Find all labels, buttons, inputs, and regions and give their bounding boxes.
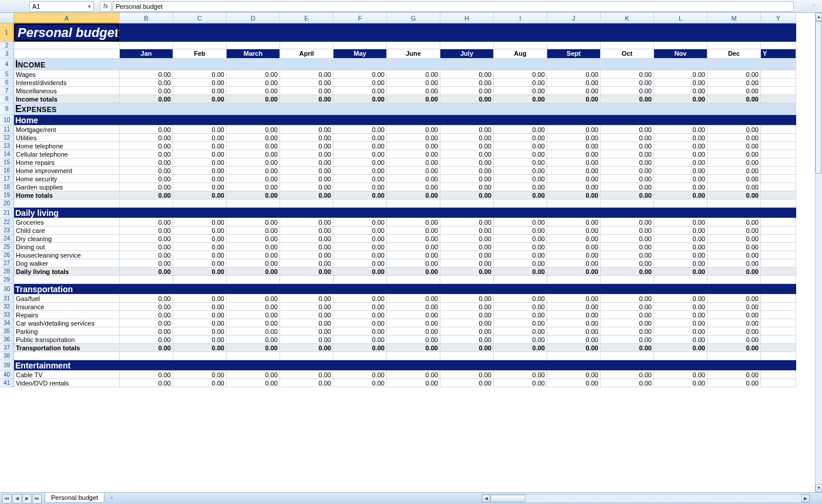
data-cell[interactable]: 0.00 [654, 95, 708, 103]
data-cell[interactable]: 0.00 [333, 259, 387, 268]
data-cell[interactable]: 0.00 [387, 183, 440, 191]
row-header-19[interactable]: 19 [0, 191, 14, 199]
blank-cell[interactable] [654, 199, 708, 208]
data-cell[interactable]: 0.00 [601, 303, 654, 311]
blank-cell[interactable] [494, 276, 547, 284]
data-cell[interactable]: 0.00 [708, 303, 761, 311]
data-cell[interactable]: 0.00 [120, 150, 173, 158]
data-cell[interactable]: 0.00 [440, 344, 494, 352]
blank-cell[interactable] [227, 276, 280, 284]
cell[interactable]: Y [761, 49, 796, 59]
data-cell[interactable]: 0.00 [494, 344, 547, 352]
subsection-header[interactable]: Transportation [14, 284, 796, 295]
data-cell[interactable] [761, 126, 796, 134]
column-header-E[interactable]: E [280, 13, 333, 23]
blank-cell[interactable] [120, 276, 173, 284]
data-cell[interactable]: 0.00 [494, 235, 547, 243]
data-cell[interactable]: 0.00 [708, 167, 761, 175]
data-cell[interactable]: 0.00 [387, 268, 440, 276]
data-cell[interactable]: 0.00 [494, 259, 547, 268]
blank-cell[interactable] [547, 352, 601, 360]
blank-cell[interactable] [333, 42, 387, 49]
data-cell[interactable]: 0.00 [333, 311, 387, 319]
data-cell[interactable]: 0.00 [227, 167, 280, 175]
data-cell[interactable]: 0.00 [387, 218, 440, 226]
data-cell[interactable]: 0.00 [440, 158, 494, 167]
data-cell[interactable]: 0.00 [494, 251, 547, 259]
data-cell[interactable]: 0.00 [173, 235, 227, 243]
row-header-41[interactable]: 41 [0, 379, 14, 387]
blank-cell[interactable] [227, 42, 280, 49]
sheet-nav-button-0[interactable]: ⏮ [2, 494, 12, 503]
vertical-scrollbar[interactable]: ▲ ▼ [815, 13, 822, 492]
data-cell[interactable]: 0.00 [601, 268, 654, 276]
data-cell[interactable]: 0.00 [547, 87, 601, 95]
data-cell[interactable]: 0.00 [654, 183, 708, 191]
month-label-blank[interactable] [14, 49, 120, 59]
data-cell[interactable]: 0.00 [387, 295, 440, 303]
data-cell[interactable]: 0.00 [120, 311, 173, 319]
data-cell[interactable]: 0.00 [227, 295, 280, 303]
data-cell[interactable] [761, 95, 796, 103]
data-cell[interactable]: 0.00 [547, 79, 601, 87]
row-header-24[interactable]: 24 [0, 235, 14, 243]
row-header-23[interactable]: 23 [0, 226, 14, 235]
column-header-C[interactable]: C [173, 13, 227, 23]
data-cell[interactable]: 0.00 [601, 167, 654, 175]
data-cell[interactable]: 0.00 [601, 175, 654, 183]
data-cell[interactable]: 0.00 [387, 303, 440, 311]
data-cell[interactable]: 0.00 [120, 95, 173, 103]
data-cell[interactable]: 0.00 [601, 336, 654, 344]
data-cell[interactable] [761, 327, 796, 336]
row-label[interactable]: Miscellaneous [14, 87, 120, 95]
data-cell[interactable]: 0.00 [173, 175, 227, 183]
month-header-Dec[interactable]: Dec [708, 49, 761, 59]
data-cell[interactable]: 0.00 [547, 150, 601, 158]
month-header-Oct[interactable]: Oct [601, 49, 654, 59]
data-cell[interactable]: 0.00 [333, 191, 387, 199]
data-cell[interactable]: 0.00 [333, 371, 387, 379]
month-header-April[interactable]: April [280, 49, 333, 59]
row-label[interactable]: Car wash/detailing services [14, 319, 120, 327]
row-header-32[interactable]: 32 [0, 303, 14, 311]
data-cell[interactable]: 0.00 [333, 158, 387, 167]
data-cell[interactable]: 0.00 [440, 191, 494, 199]
title-cell[interactable]: Personal budget [14, 23, 796, 42]
data-cell[interactable]: 0.00 [708, 70, 761, 79]
blank-cell[interactable] [387, 42, 440, 49]
horizontal-scrollbar[interactable]: ◀ ▶ [481, 494, 810, 503]
row-label[interactable]: Groceries [14, 218, 120, 226]
data-cell[interactable]: 0.00 [227, 327, 280, 336]
column-header-A[interactable]: A [14, 13, 120, 23]
blank-cell[interactable] [601, 199, 654, 208]
data-cell[interactable]: 0.00 [280, 243, 333, 251]
row-header-40[interactable]: 40 [0, 371, 14, 379]
data-cell[interactable]: 0.00 [708, 183, 761, 191]
row-label[interactable]: Repairs [14, 311, 120, 319]
data-cell[interactable]: 0.00 [494, 303, 547, 311]
data-cell[interactable]: 0.00 [654, 134, 708, 142]
data-cell[interactable]: 0.00 [280, 158, 333, 167]
data-cell[interactable]: 0.00 [654, 226, 708, 235]
data-cell[interactable]: 0.00 [280, 87, 333, 95]
data-cell[interactable]: 0.00 [120, 327, 173, 336]
data-cell[interactable] [761, 379, 796, 387]
blank-cell[interactable] [173, 42, 227, 49]
column-header-D[interactable]: D [227, 13, 280, 23]
row-header-13[interactable]: 13 [0, 142, 14, 150]
blank-cell[interactable] [601, 42, 654, 49]
data-cell[interactable]: 0.00 [494, 175, 547, 183]
data-cell[interactable]: 0.00 [387, 336, 440, 344]
data-cell[interactable]: 0.00 [227, 126, 280, 134]
row-header-27[interactable]: 27 [0, 259, 14, 268]
row-label[interactable]: Child care [14, 226, 120, 235]
data-cell[interactable]: 0.00 [280, 344, 333, 352]
data-cell[interactable]: 0.00 [601, 95, 654, 103]
month-header-Jan[interactable]: Jan [120, 49, 173, 59]
blank-cell[interactable] [494, 42, 547, 49]
row-header-22[interactable]: 22 [0, 218, 14, 226]
blank-cell[interactable] [14, 352, 120, 360]
name-box[interactable]: A1 [29, 1, 94, 12]
data-cell[interactable]: 0.00 [227, 235, 280, 243]
data-cell[interactable]: 0.00 [387, 79, 440, 87]
